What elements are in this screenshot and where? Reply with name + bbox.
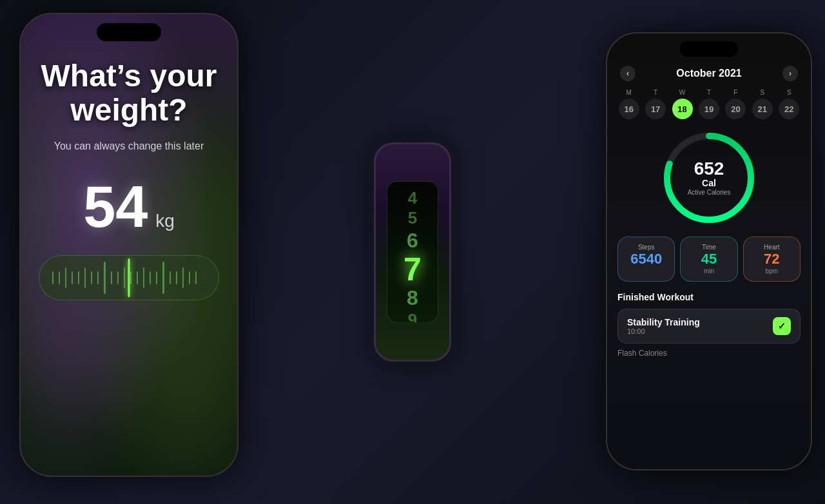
stat-time: Time 45 min: [680, 237, 737, 282]
tick-5: [78, 271, 79, 284]
day-number-18: 18: [672, 99, 693, 119]
tick-2: [59, 271, 60, 284]
calendar-next-button[interactable]: ›: [782, 66, 798, 81]
band-num-4: 4: [408, 188, 417, 208]
tick-20: [176, 271, 177, 284]
tick-3: [65, 267, 66, 288]
tick-4: [72, 271, 73, 284]
time-label: Time: [702, 244, 716, 251]
stat-heart: Heart 72 bpm: [743, 237, 801, 282]
weight-slider[interactable]: [39, 255, 219, 300]
left-phone-notch: [97, 23, 161, 41]
time-value: 45: [701, 252, 717, 266]
tick-19: [170, 271, 171, 284]
calendar-day-sun[interactable]: S 22: [778, 89, 801, 119]
fitness-band: 4 5 6 7 8 9 10: [374, 142, 451, 362]
tick-10: [111, 271, 112, 284]
tick-9: [104, 262, 106, 294]
calendar-day-thu[interactable]: T 19: [697, 89, 720, 119]
tick-1: [52, 271, 53, 284]
workout-item[interactable]: Stability Training 10:00 ✓: [617, 309, 801, 344]
stat-steps: Steps 6540: [617, 237, 675, 282]
time-unit: min: [704, 267, 714, 275]
workout-duration: 10:00: [627, 327, 773, 335]
band-num-6: 6: [407, 228, 418, 253]
day-number-20: 20: [725, 99, 746, 119]
workout-check-icon: ✓: [773, 317, 791, 335]
day-number-17: 17: [645, 99, 666, 119]
day-letter-wed: W: [679, 89, 685, 96]
calendar-day-mon[interactable]: M 16: [617, 89, 640, 119]
day-number-16: 16: [619, 99, 639, 119]
calendar-days: M 16 T 17 W 18 T 19: [617, 89, 801, 119]
calendar-month-label: October 2021: [676, 68, 741, 79]
calendar-day-wed[interactable]: W 18: [671, 89, 694, 119]
scene: What’s your weight? You can always chang…: [0, 0, 825, 504]
stats-row: Steps 6540 Time 45 min Heart 72 bpm: [617, 237, 801, 282]
calories-section: 652 Cal Active Calories: [617, 130, 801, 226]
heart-value: 72: [764, 252, 779, 266]
day-letter-mon: M: [626, 89, 632, 96]
workout-section-label: Finished Workout: [617, 292, 801, 302]
right-phone-notch: [680, 41, 738, 57]
ring-center: 652 Cal Active Calories: [688, 160, 731, 196]
tick-17: [156, 271, 157, 284]
day-letter-fri: F: [733, 89, 737, 96]
tick-21: [182, 267, 184, 288]
tick-22: [189, 271, 190, 284]
calories-ring: 652 Cal Active Calories: [661, 130, 757, 226]
tick-14: [137, 271, 138, 284]
band-num-5: 5: [408, 208, 417, 228]
day-letter-sat: S: [760, 89, 764, 96]
weight-value: 54: [83, 178, 148, 236]
weight-question-title: What’s your weight?: [34, 59, 224, 128]
tick-13: [130, 271, 131, 284]
tick-8: [97, 271, 99, 284]
calendar-header: ‹ October 2021 ›: [617, 66, 801, 81]
tick-23: [195, 271, 197, 284]
steps-label: Steps: [638, 244, 655, 251]
steps-value: 6540: [630, 252, 662, 266]
band-num-7: 7: [403, 253, 422, 286]
band-num-8: 8: [407, 286, 418, 310]
day-letter-thu: T: [707, 89, 711, 96]
tick-6: [84, 267, 86, 288]
heart-unit: bpm: [766, 267, 778, 275]
calendar-day-fri[interactable]: F 20: [724, 89, 747, 119]
right-phone: ‹ October 2021 › M 16 T 17 W 18: [606, 32, 812, 470]
calendar-day-sat[interactable]: S 21: [751, 89, 773, 119]
weight-display: 54 kg: [83, 178, 175, 236]
workout-info: Stability Training 10:00: [627, 317, 773, 335]
calories-unit: Cal: [688, 178, 731, 189]
tick-18: [162, 262, 164, 294]
band-num-9: 9: [408, 310, 417, 323]
day-number-19: 19: [699, 99, 719, 119]
weight-unit: kg: [155, 211, 175, 231]
band-screen: 4 5 6 7 8 9 10: [387, 181, 438, 323]
calendar-day-tue[interactable]: T 17: [644, 89, 666, 119]
day-letter-tue: T: [654, 89, 657, 96]
workout-name: Stability Training: [627, 317, 773, 327]
tick-12: [124, 267, 125, 288]
calories-label: Active Calories: [688, 189, 731, 196]
next-section-label: Flash Calories: [617, 349, 801, 358]
heart-label: Heart: [764, 244, 779, 251]
tick-15: [143, 267, 144, 288]
day-number-22: 22: [779, 99, 799, 119]
tick-16: [150, 271, 151, 284]
calendar-prev-button[interactable]: ‹: [620, 66, 636, 81]
day-letter-sun: S: [787, 89, 791, 96]
left-phone: What’s your weight? You can always chang…: [19, 13, 238, 477]
tick-7: [91, 271, 92, 284]
day-number-21: 21: [752, 99, 773, 119]
calories-value: 652: [688, 160, 731, 178]
weight-subtitle: You can always change this later: [54, 141, 204, 152]
tick-11: [117, 271, 119, 284]
slider-indicator: [128, 258, 130, 297]
